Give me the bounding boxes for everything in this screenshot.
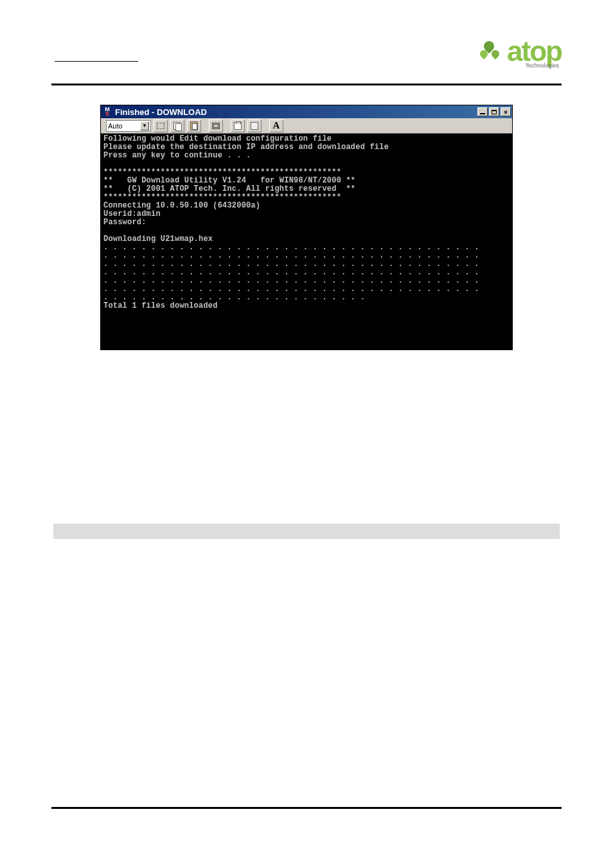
minimize-button[interactable] <box>477 107 488 116</box>
atop-logo: atop Technologies <box>479 35 562 67</box>
gray-divider-bar <box>53 524 560 539</box>
maximize-button[interactable] <box>489 107 499 116</box>
window-title: Finished - DOWNLOAD <box>115 107 477 117</box>
select-value: Auto <box>108 122 123 130</box>
console-toolbar: Auto ▼ A <box>101 118 512 134</box>
copy-button[interactable] <box>170 120 184 132</box>
header-underline <box>55 61 138 62</box>
window-controls: × <box>477 107 511 116</box>
header-divider <box>51 84 562 85</box>
font-button[interactable]: A <box>269 120 283 132</box>
logo-subtext: Technologies <box>525 62 559 69</box>
properties-button[interactable] <box>231 120 245 132</box>
fullscreen-button[interactable] <box>209 120 223 132</box>
logo-icon <box>479 39 504 64</box>
font-size-select[interactable]: Auto ▼ <box>106 120 151 132</box>
footer-divider <box>51 807 562 809</box>
background-button[interactable] <box>247 120 262 132</box>
paste-button[interactable] <box>187 120 201 132</box>
console-window: M S Finished - DOWNLOAD × Auto ▼ A Follo… <box>100 105 513 350</box>
page-header: atop Technologies <box>0 0 613 84</box>
msdos-icon: M S <box>102 107 112 117</box>
dropdown-icon: ▼ <box>140 121 149 130</box>
console-output: Following would Edit download configurat… <box>101 134 512 350</box>
window-titlebar[interactable]: M S Finished - DOWNLOAD × <box>101 105 512 118</box>
mark-button[interactable] <box>154 120 168 132</box>
close-button[interactable]: × <box>501 107 511 116</box>
